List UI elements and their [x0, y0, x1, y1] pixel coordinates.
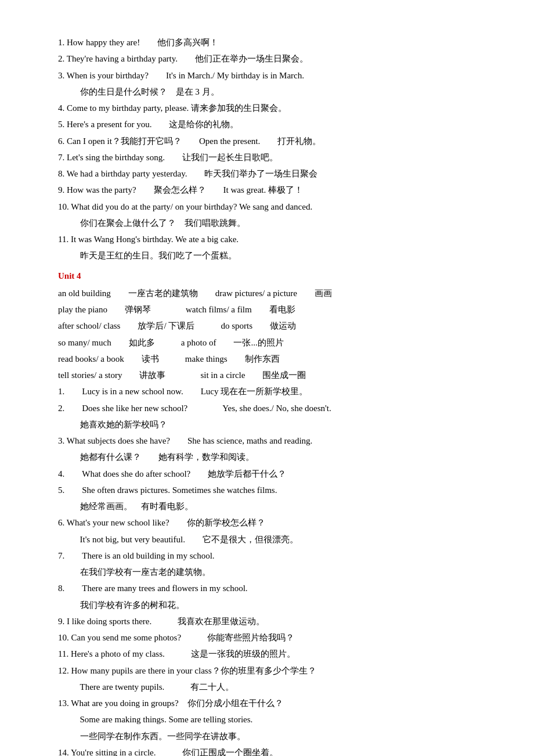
line-3a: 3. When is your birthday? It's in March.…: [58, 68, 488, 83]
line-11b: 昨天是王红的生日。我们吃了一个蛋糕。: [58, 248, 488, 263]
line-2: 2. They're having a birthday party. 他们正在…: [58, 51, 488, 66]
s8a: 8. There are many trees and flowers in m…: [58, 581, 488, 596]
s13c: 一些同学在制作东西。一些同学在讲故事。: [58, 729, 488, 744]
s2a: 2. Does she like her new school? Yes, sh…: [58, 401, 488, 416]
s12: 12. How many pupils are there in your cl…: [58, 663, 488, 678]
line-10b: 你们在聚会上做什么了？ 我们唱歌跳舞。: [58, 215, 488, 231]
main-content: 1. How happy they are! 他们多高兴啊！ 2. They'r…: [58, 35, 488, 756]
line-1: 1. How happy they are! 他们多高兴啊！: [58, 35, 488, 50]
s2b: 她喜欢她的新学校吗？: [58, 417, 488, 432]
line-4: 4. Come to my birthday party, please. 请来…: [58, 100, 488, 116]
s7a: 7. There is an old building in my school…: [58, 548, 488, 563]
section-unit3-sentences: 1. How happy they are! 他们多高兴啊！ 2. They'r…: [58, 35, 488, 264]
s1: 1. Lucy is in a new school now. Lucy 现在在…: [58, 384, 488, 399]
vocab-5: read books/ a book 读书 make things 制作东西: [58, 351, 488, 366]
unit4-sentences: 1. Lucy is in a new school now. Lucy 现在在…: [58, 384, 488, 756]
s12b: There are twenty pupils. 有二十人。: [58, 679, 488, 694]
line-10a: 10. What did you do at the party/ on you…: [58, 199, 488, 214]
s4: 4. What does she do after school? 她放学后都干…: [58, 466, 488, 481]
line-6: 6. Can I open it？我能打开它吗？ Open the presen…: [58, 134, 488, 149]
s5a: 5. She often draws pictures. Sometimes s…: [58, 483, 488, 498]
s7b: 在我们学校有一座古老的建筑物。: [58, 564, 488, 579]
vocab-6: tell stories/ a story 讲故事 sit in a circl…: [58, 368, 488, 383]
line-9: 9. How was the party? 聚会怎么样？ It was grea…: [58, 182, 488, 197]
s6a: 6. What's your new school like? 你的新学校怎么样…: [58, 515, 488, 530]
line-11a: 11. It was Wang Hong's birthday. We ate …: [58, 232, 488, 247]
s13b: Some are making things. Some are telling…: [58, 712, 488, 727]
s8b: 我们学校有许多的树和花。: [58, 597, 488, 613]
vocab-section: an old building 一座古老的建筑物 draw pictures/ …: [58, 286, 488, 383]
vocab-4: so many/ much 如此多 a photo of 一张...的照片: [58, 335, 488, 350]
vocab-2: play the piano 弹钢琴 watch films/ a film 看…: [58, 302, 488, 317]
s9: 9. I like doing sports there. 我喜欢在那里做运动。: [58, 614, 488, 629]
s6b: It's not big, but very beautiful. 它不是很大，…: [58, 532, 488, 547]
unit4-heading: Unit 4: [58, 268, 488, 283]
vocab-3: after school/ class 放学后/ 下课后 do sports 做…: [58, 318, 488, 333]
line-3b: 你的生日是什么时候？ 是在 3 月。: [58, 84, 488, 99]
s3a: 3. What subjects does she have? She has …: [58, 433, 488, 448]
s14: 14. You're sitting in a circle. 你们正围成一个圈…: [58, 745, 488, 756]
s3b: 她都有什么课？ 她有科学，数学和阅读。: [58, 449, 488, 465]
line-8: 8. We had a birthday party yesterday. 昨天…: [58, 166, 488, 181]
s5b: 她经常画画。 有时看电影。: [58, 499, 488, 514]
s10: 10. Can you send me some photos? 你能寄些照片给…: [58, 630, 488, 645]
s11: 11. Here's a photo of my class. 这是一张我的班级…: [58, 646, 488, 661]
s13a: 13. What are you doing in groups? 你们分成小组…: [58, 696, 488, 711]
line-7: 7. Let's sing the birthday song. 让我们一起长生…: [58, 150, 488, 165]
vocab-1: an old building 一座古老的建筑物 draw pictures/ …: [58, 286, 488, 301]
line-5: 5. Here's a present for you. 这是给你的礼物。: [58, 117, 488, 132]
